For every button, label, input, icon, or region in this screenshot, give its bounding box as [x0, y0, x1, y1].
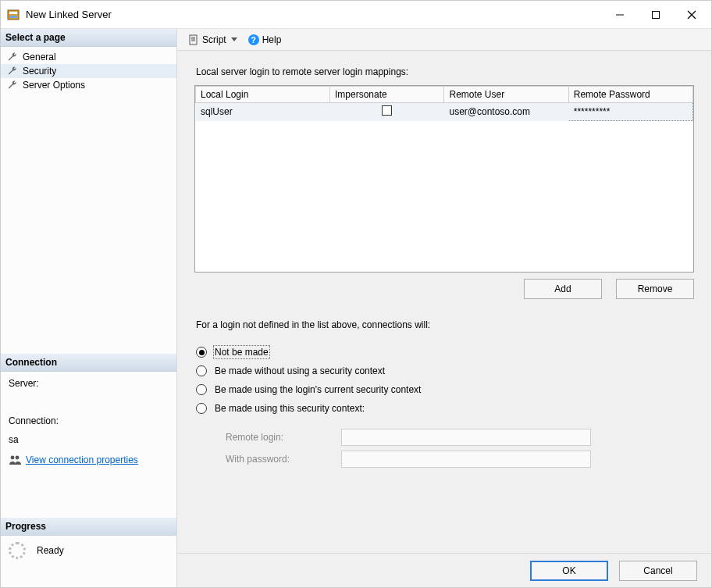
with-password-input	[341, 451, 591, 468]
connection-label: Connection:	[9, 415, 169, 426]
radio-label: Not be made	[215, 347, 269, 358]
progress-spinner-icon	[9, 542, 26, 559]
radio-without-security-context[interactable]: Be made without using a security context	[194, 362, 694, 380]
remote-login-input	[341, 429, 591, 446]
svg-rect-4	[653, 11, 660, 18]
with-password-label: With password:	[226, 454, 327, 465]
radio-input[interactable]	[196, 347, 207, 358]
radio-label: Be made using the login's current securi…	[215, 384, 421, 395]
cancel-button[interactable]: Cancel	[619, 561, 697, 581]
page-item-security[interactable]: Security	[1, 64, 176, 78]
radio-current-security-context[interactable]: Be made using the login's current securi…	[194, 380, 694, 399]
main-split: Select a page General Security Server Op…	[1, 29, 711, 587]
window-title: New Linked Server	[26, 9, 602, 20]
chevron-down-icon	[231, 37, 237, 41]
svg-line-6	[688, 11, 696, 19]
col-impersonate[interactable]: Impersonate	[329, 87, 444, 103]
wrench-icon	[7, 66, 18, 77]
radio-not-be-made[interactable]: Not be made	[194, 343, 694, 362]
link-label: View connection properties	[26, 454, 138, 465]
page-item-label: Security	[23, 66, 56, 77]
radio-this-security-context[interactable]: Be made using this security context:	[194, 399, 694, 418]
grid-buttons: Add Remove	[194, 279, 694, 299]
login-mapping-grid[interactable]: Local Login Impersonate Remote User Remo…	[194, 85, 694, 273]
wrench-icon	[7, 52, 18, 62]
titlebar: New Linked Server	[1, 1, 711, 29]
page-item-label: Server Options	[23, 80, 85, 91]
wrench-icon	[7, 80, 18, 91]
progress-block: Ready	[1, 536, 176, 565]
help-button[interactable]: ? Help	[245, 33, 285, 47]
svg-rect-2	[9, 16, 17, 18]
add-button[interactable]: Add	[524, 279, 602, 299]
server-value	[9, 397, 169, 408]
table-header-row: Local Login Impersonate Remote User Remo…	[196, 87, 693, 103]
table-row[interactable]: sqlUser user@contoso.com **********	[196, 103, 693, 121]
svg-line-5	[688, 11, 696, 19]
maximize-button[interactable]	[638, 2, 674, 27]
progress-status: Ready	[37, 545, 64, 556]
cell-impersonate[interactable]	[329, 103, 444, 121]
security-context-fields: Remote login: With password:	[226, 424, 694, 472]
cell-local-login[interactable]: sqlUser	[196, 103, 330, 121]
connection-block: Server: Connection: sa View connection p…	[1, 372, 176, 471]
col-local-login[interactable]: Local Login	[196, 87, 330, 103]
content-toolbar: Script ? Help	[177, 29, 711, 51]
help-icon: ?	[248, 34, 259, 45]
svg-rect-9	[190, 35, 197, 45]
impersonate-checkbox[interactable]	[382, 105, 392, 116]
server-label: Server:	[9, 378, 169, 389]
select-page-header: Select a page	[1, 29, 176, 47]
remote-login-label: Remote login:	[226, 432, 327, 443]
security-page-content: Local server login to remote server logi…	[177, 51, 711, 553]
connection-header: Connection	[1, 354, 176, 372]
radio-label: Be made using this security context:	[215, 403, 365, 414]
page-item-server-options[interactable]: Server Options	[1, 78, 176, 92]
radio-label: Be made without using a security context	[215, 365, 385, 376]
dialog-footer: OK Cancel	[177, 553, 711, 587]
svg-point-8	[16, 456, 20, 460]
connection-behavior-radio-group: Not be made Be made without using a secu…	[194, 343, 694, 418]
cell-remote-password[interactable]: **********	[568, 103, 692, 121]
sidebar: Select a page General Security Server Op…	[1, 29, 177, 587]
svg-point-7	[11, 456, 15, 460]
people-icon	[9, 454, 21, 465]
connection-value: sa	[9, 434, 169, 445]
page-item-general[interactable]: General	[1, 50, 176, 64]
dialog-new-linked-server: New Linked Server Select a page General …	[0, 0, 712, 588]
col-remote-password[interactable]: Remote Password	[568, 87, 692, 103]
minimize-button[interactable]	[602, 2, 638, 27]
help-label: Help	[262, 34, 282, 45]
ok-button[interactable]: OK	[530, 561, 608, 581]
cell-remote-user[interactable]: user@contoso.com	[444, 103, 568, 121]
svg-rect-0	[8, 10, 19, 20]
col-remote-user[interactable]: Remote User	[444, 87, 568, 103]
progress-header: Progress	[1, 518, 176, 536]
script-icon	[188, 34, 199, 45]
radio-input[interactable]	[196, 403, 207, 414]
remove-button[interactable]: Remove	[616, 279, 694, 299]
radio-input[interactable]	[196, 365, 207, 376]
radio-input[interactable]	[196, 384, 207, 395]
view-connection-properties-link[interactable]: View connection properties	[9, 454, 138, 465]
mapping-caption: Local server login to remote server logi…	[196, 66, 694, 77]
undefined-login-caption: For a login not defined in the list abov…	[196, 319, 694, 330]
script-dropdown[interactable]: Script	[185, 33, 240, 47]
svg-rect-1	[9, 12, 17, 14]
page-list: General Security Server Options	[1, 47, 176, 95]
close-button[interactable]	[674, 2, 710, 27]
page-item-label: General	[23, 52, 56, 62]
app-icon	[7, 9, 20, 21]
script-label: Script	[202, 34, 226, 45]
